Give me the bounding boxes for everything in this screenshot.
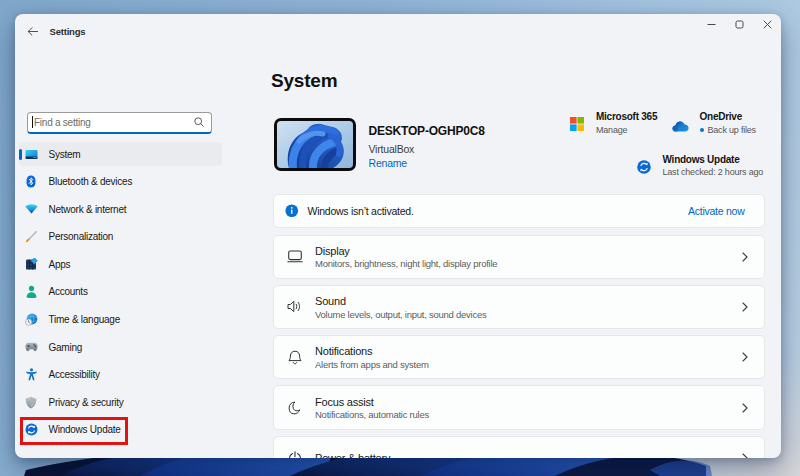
- row-subtitle: Volume levels, output, input, sound devi…: [315, 309, 742, 321]
- privacy-security-icon: [25, 396, 38, 409]
- windows-update-card[interactable]: Windows Update Last checked: 2 hours ago: [663, 154, 764, 179]
- device-thumbnail: [274, 118, 356, 171]
- sidebar-item-label: System: [49, 149, 81, 160]
- row-title: Notifications: [315, 345, 742, 358]
- sidebar-item-accessibility[interactable]: Accessibility: [19, 363, 222, 387]
- rename-link[interactable]: Rename: [369, 157, 408, 169]
- text-caret: [32, 116, 33, 128]
- row-sound[interactable]: Sound Volume levels, output, input, soun…: [273, 285, 765, 329]
- info-icon: [285, 204, 299, 218]
- caption-controls: [697, 14, 781, 34]
- sidebar-item-apps[interactable]: Apps: [19, 252, 222, 276]
- close-icon: [763, 20, 772, 29]
- gaming-icon: [25, 341, 38, 354]
- windows-update-status-icon: [637, 160, 651, 178]
- sidebar-item-label: Network & internet: [49, 204, 127, 215]
- apps-icon: [25, 258, 38, 271]
- power-battery-icon: [286, 449, 303, 458]
- search-placeholder: Find a setting: [34, 117, 194, 128]
- row-notifications[interactable]: Notifications Alerts from apps and syste…: [273, 335, 765, 379]
- personalization-icon: [25, 230, 38, 243]
- sidebar-item-gaming[interactable]: Gaming: [19, 335, 222, 359]
- sidebar-item-label: Accessibility: [49, 369, 100, 380]
- system-icon: [25, 148, 38, 161]
- settings-window: Settings Find a setting: [15, 14, 781, 458]
- row-title: Focus assist: [315, 396, 742, 409]
- minimize-button[interactable]: [697, 14, 725, 34]
- row-title: Sound: [315, 295, 742, 308]
- sidebar-item-label: Privacy & security: [49, 397, 124, 408]
- device-name: DESKTOP-OGHP0C8: [369, 124, 485, 138]
- row-title: Display: [315, 245, 742, 258]
- activation-banner: Windows isn’t activated. Activate now: [273, 194, 765, 228]
- sidebar-item-system[interactable]: System: [19, 142, 222, 166]
- microsoft-365-card[interactable]: Microsoft 365 Manage: [596, 111, 657, 136]
- status-dot: [700, 128, 704, 132]
- bluetooth-icon: [25, 175, 38, 188]
- sidebar-item-network-internet[interactable]: Network & internet: [19, 197, 222, 221]
- chevron-right-icon: [742, 403, 748, 413]
- sidebar-item-label: Bluetooth & devices: [49, 176, 133, 187]
- minimize-icon: [707, 20, 716, 29]
- chevron-right-icon: [742, 352, 748, 362]
- onedrive-card[interactable]: OneDrive Back up files: [700, 111, 756, 136]
- annotation-rectangle: [20, 417, 128, 445]
- device-subtitle: VirtualBox: [369, 143, 415, 155]
- row-title: Power & battery: [315, 452, 742, 458]
- chevron-right-icon: [742, 252, 748, 262]
- search-input[interactable]: Find a setting: [27, 112, 212, 134]
- sidebar-item-accounts[interactable]: Accounts: [19, 280, 222, 304]
- back-arrow-icon: [27, 27, 38, 36]
- notifications-icon: [286, 349, 303, 366]
- network-icon: [25, 203, 38, 216]
- maximize-icon: [735, 20, 744, 29]
- search-icon: [194, 117, 204, 127]
- card-subtitle: Last checked: 2 hours ago: [663, 167, 764, 178]
- sidebar-item-privacy-security[interactable]: Privacy & security: [19, 390, 222, 414]
- focus-assist-icon: [286, 399, 303, 416]
- back-button[interactable]: [23, 22, 41, 40]
- selected-indicator: [19, 149, 22, 160]
- display-icon: [286, 248, 303, 265]
- close-button[interactable]: [753, 14, 781, 34]
- accessibility-icon: [25, 368, 38, 381]
- page-title: System: [271, 70, 337, 92]
- sidebar-item-label: Apps: [49, 259, 71, 270]
- sidebar-item-label: Personalization: [49, 231, 114, 242]
- card-subtitle: Back up files: [700, 125, 756, 136]
- sidebar-nav: System Bluetooth & devices Network & int…: [19, 142, 222, 442]
- row-display[interactable]: Display Monitors, brightness, night ligh…: [273, 235, 765, 279]
- sidebar-item-label: Time & language: [49, 314, 120, 325]
- sidebar-item-personalization[interactable]: Personalization: [19, 225, 222, 249]
- card-title: OneDrive: [700, 111, 756, 123]
- window-title: Settings: [50, 26, 86, 37]
- sidebar-item-time-language[interactable]: Time & language: [19, 308, 222, 332]
- maximize-button[interactable]: [725, 14, 753, 34]
- row-power-battery[interactable]: Power & battery: [273, 436, 765, 458]
- onedrive-icon: [672, 118, 689, 136]
- chevron-right-icon: [742, 453, 748, 458]
- row-subtitle: Monitors, brightness, night light, displ…: [315, 258, 742, 270]
- card-title: Microsoft 365: [596, 111, 657, 123]
- sidebar-item-label: Gaming: [49, 342, 83, 353]
- microsoft-logo: [570, 117, 584, 135]
- time-language-icon: [25, 313, 38, 326]
- row-focus-assist[interactable]: Focus assist Notifications, automatic ru…: [273, 385, 765, 429]
- activate-now-link[interactable]: Activate now: [688, 205, 745, 217]
- sound-icon: [286, 298, 303, 315]
- row-subtitle: Notifications, automatic rules: [315, 409, 742, 421]
- row-subtitle: Alerts from apps and system: [315, 359, 742, 371]
- sidebar-item-label: Accounts: [49, 286, 88, 297]
- card-title: Windows Update: [663, 154, 764, 166]
- banner-message: Windows isn’t activated.: [308, 205, 688, 217]
- card-subtitle: Manage: [596, 125, 657, 136]
- chevron-right-icon: [742, 302, 748, 312]
- accounts-icon: [25, 285, 38, 298]
- device-thumbnail-art: [277, 121, 353, 168]
- sidebar-item-bluetooth-devices[interactable]: Bluetooth & devices: [19, 170, 222, 194]
